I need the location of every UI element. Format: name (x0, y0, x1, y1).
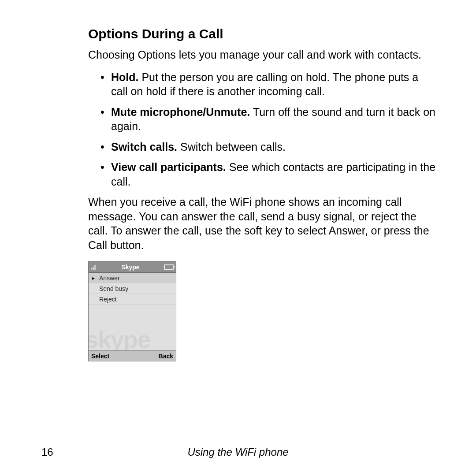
menu-item-answer[interactable]: Answer (89, 273, 176, 283)
incoming-call-paragraph: When you receive a call, the WiFi phone … (88, 195, 436, 252)
option-item: Hold. Put the person you are calling on … (88, 70, 436, 99)
phone-menu: Answer Send busy Reject skype (89, 273, 176, 350)
option-item: Mute microphone/Unmute. Turn off the sou… (88, 105, 436, 134)
phone-screenshot: Skype Answer Send busy Reject skype Sele… (88, 261, 176, 361)
option-term: Switch calls. (111, 141, 177, 153)
section-title: Options During a Call (88, 26, 436, 41)
softkey-select[interactable]: Select (91, 353, 109, 360)
phone-softkeys: Select Back (89, 350, 176, 361)
page-footer: 16 Using the WiFi phone (0, 446, 476, 458)
manual-page: Options During a Call Choosing Options l… (0, 0, 476, 361)
signal-icon (91, 264, 97, 270)
option-list: Hold. Put the person you are calling on … (88, 70, 436, 189)
battery-icon (164, 264, 174, 270)
chapter-title: Using the WiFi phone (0, 446, 476, 458)
softkey-back[interactable]: Back (159, 353, 173, 360)
option-item: Switch calls. Switch between calls. (88, 140, 436, 154)
menu-item-reject[interactable]: Reject (89, 294, 176, 305)
page-number: 16 (41, 446, 53, 458)
option-term: Hold. (111, 71, 139, 83)
option-item: View call participants. See which contac… (88, 160, 436, 189)
option-desc: Switch between calls. (177, 141, 286, 153)
option-desc: Put the person you are calling on hold. … (111, 71, 418, 98)
option-term: View call participants. (111, 161, 226, 173)
intro-paragraph: Choosing Options lets you manage your ca… (88, 48, 436, 62)
phone-title: Skype (97, 264, 164, 271)
watermark-text: skype (89, 326, 150, 350)
menu-item-send-busy[interactable]: Send busy (89, 283, 176, 294)
phone-status-bar: Skype (89, 261, 176, 273)
option-term: Mute microphone/Unmute. (111, 106, 250, 118)
